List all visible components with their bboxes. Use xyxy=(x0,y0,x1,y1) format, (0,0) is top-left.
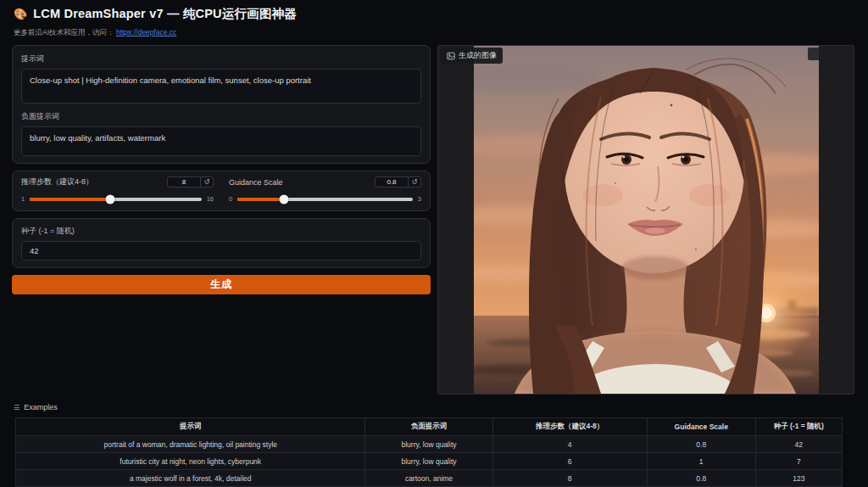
reset-icon: ↺ xyxy=(411,177,417,186)
steps-reset-button[interactable]: ↺ xyxy=(200,177,213,187)
image-icon xyxy=(447,52,455,60)
prompt-input[interactable]: Close-up shot | High-definition camera, … xyxy=(21,69,421,104)
cell-seed[interactable]: 123 xyxy=(755,470,842,487)
cell-prompt[interactable]: futuristic city at night, neon lights, c… xyxy=(16,453,365,470)
cell-guidance[interactable]: 0.8 xyxy=(647,470,755,487)
col-header-guidance: Guidance Scale xyxy=(647,418,755,436)
steps-slider-fill xyxy=(30,198,110,201)
examples-header: ☰ Examples xyxy=(14,403,854,411)
deepface-link[interactable]: https://deepface.cc xyxy=(116,28,176,36)
seed-label: 种子 (-1 = 随机) xyxy=(21,226,421,237)
guidance-max-label: 3 xyxy=(418,195,421,203)
share-icon xyxy=(841,50,849,59)
example-row[interactable]: futuristic city at night, neon lights, c… xyxy=(16,453,843,470)
cell-prompt[interactable]: portrait of a woman, dramatic lighting, … xyxy=(16,436,365,453)
guidance-number-input[interactable] xyxy=(376,177,408,187)
guidance-slider[interactable] xyxy=(237,198,413,201)
col-header-negative: 负面提示词 xyxy=(365,418,492,436)
reset-icon: ↺ xyxy=(203,177,209,186)
generate-button[interactable]: 生成 xyxy=(12,275,431,294)
output-panel: 生成的图像 xyxy=(437,45,854,395)
example-row[interactable]: portrait of a woman, dramatic lighting, … xyxy=(16,436,843,453)
palette-icon: 🎨 xyxy=(14,8,27,20)
guidance-min-label: 0 xyxy=(229,195,232,203)
steps-label: 推理步数（建议4-8） xyxy=(21,176,93,188)
steps-min-label: 1 xyxy=(21,195,25,203)
guidance-reset-button[interactable]: ↺ xyxy=(408,177,420,187)
col-header-seed: 种子 (-1 = 随机) xyxy=(755,418,842,436)
generated-image[interactable] xyxy=(474,46,819,394)
cell-guidance[interactable]: 1 xyxy=(647,453,755,470)
cell-negative[interactable]: blurry, low quality xyxy=(365,436,492,453)
negative-prompt-input[interactable]: blurry, low quality, artifacts, watermar… xyxy=(21,126,421,156)
portrait-illustration xyxy=(474,46,819,394)
steps-max-label: 16 xyxy=(207,195,214,203)
subtitle: 更多前沿AI技术和应用，访问： https://deepface.cc xyxy=(14,28,854,38)
cell-negative[interactable]: blurry, low quality xyxy=(365,453,492,470)
steps-slider-handle[interactable] xyxy=(105,194,114,204)
fullscreen-icon xyxy=(810,50,819,59)
example-row[interactable]: a majestic wolf in a forest, 4k, detaile… xyxy=(16,470,843,487)
examples-label: Examples xyxy=(24,403,58,411)
cell-steps[interactable]: 6 xyxy=(492,453,647,470)
cell-steps[interactable]: 8 xyxy=(492,470,647,487)
col-header-steps: 推理步数（建议4-8） xyxy=(492,418,647,436)
examples-section: ☰ Examples 提示词 负面提示词 推理步数（建议4-8） Guidanc… xyxy=(0,395,868,487)
cell-seed[interactable]: 7 xyxy=(755,453,842,470)
download-icon xyxy=(826,50,834,59)
app-header: 🎨 LCM DreamShaper v7 — 纯CPU运行画图神器 更多前沿AI… xyxy=(0,0,868,38)
steps-slider[interactable] xyxy=(30,198,201,201)
guidance-slider-block: Guidance Scale ↺ 0 3 xyxy=(229,176,421,203)
col-header-prompt: 提示词 xyxy=(16,418,365,436)
guidance-label: Guidance Scale xyxy=(229,178,283,187)
seed-input[interactable] xyxy=(21,241,421,260)
controls-column: 提示词 Close-up shot | High-definition came… xyxy=(12,45,431,294)
cell-prompt[interactable]: a majestic wolf in a forest, 4k, detaile… xyxy=(16,470,365,487)
output-label-badge: 生成的图像 xyxy=(441,48,503,64)
steps-slider-block: 推理步数（建议4-8） ↺ 1 16 xyxy=(21,176,214,203)
subtitle-text: 更多前沿AI技术和应用，访问： xyxy=(14,28,114,36)
steps-number-input[interactable] xyxy=(168,177,200,187)
download-button[interactable] xyxy=(823,48,836,60)
page-title: LCM DreamShaper v7 — 纯CPU运行画图神器 xyxy=(33,6,297,22)
examples-header-row: 提示词 负面提示词 推理步数（建议4-8） Guidance Scale 种子 … xyxy=(16,418,843,436)
negative-prompt-label: 负面提示词 xyxy=(21,111,421,122)
seed-group: 种子 (-1 = 随机) xyxy=(12,218,431,268)
guidance-slider-fill xyxy=(237,198,284,201)
prompt-group: 提示词 Close-up shot | High-definition came… xyxy=(12,45,431,164)
cell-steps[interactable]: 4 xyxy=(492,436,647,453)
cell-negative[interactable]: cartoon, anime xyxy=(365,470,492,487)
examples-table: 提示词 负面提示词 推理步数（建议4-8） Guidance Scale 种子 … xyxy=(15,417,843,487)
cell-guidance[interactable]: 0.8 xyxy=(647,436,755,453)
prompt-label: 提示词 xyxy=(21,53,421,64)
cell-seed[interactable]: 42 xyxy=(755,436,842,453)
share-button[interactable] xyxy=(838,48,851,60)
list-icon: ☰ xyxy=(14,404,19,411)
output-label: 生成的图像 xyxy=(459,50,497,61)
sliders-group: 推理步数（建议4-8） ↺ 1 16 Guidan xyxy=(12,171,431,211)
fullscreen-button[interactable] xyxy=(808,48,821,60)
guidance-slider-handle[interactable] xyxy=(280,194,289,204)
image-toolbar xyxy=(808,48,851,60)
